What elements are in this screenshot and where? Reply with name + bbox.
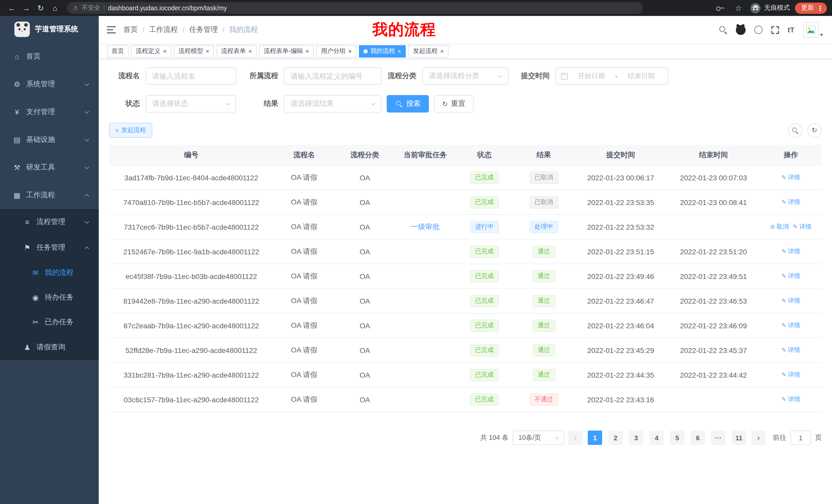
column-header: 当前审批任务 — [395, 145, 456, 165]
sidebar-item-done-task[interactable]: ✂已办任务 — [0, 310, 99, 334]
tab-label: 流程表单-编辑 — [264, 47, 303, 55]
detail-action-link[interactable]: ✎详情 — [782, 173, 800, 182]
breadcrumb-item[interactable]: 工作流程 — [149, 25, 178, 34]
cancel-action-link[interactable]: ⊘取消 — [770, 222, 789, 231]
password-key-icon[interactable] — [713, 1, 727, 15]
tab-1[interactable]: 流程定义× — [131, 45, 171, 57]
cell-actions: ✎详情 — [760, 289, 822, 313]
sidebar-item-process-manage[interactable]: ≡流程管理 — [0, 209, 99, 235]
process-name-input[interactable] — [146, 67, 236, 85]
next-page-button[interactable]: › — [751, 430, 766, 445]
sidebar-item-my-process[interactable]: ✉我的流程 — [0, 260, 99, 285]
tab-0[interactable]: 首页 — [107, 45, 129, 57]
browser-home-icon[interactable]: ⌂ — [48, 1, 62, 15]
prev-page-button[interactable]: ‹ — [568, 430, 582, 445]
breadcrumb-item[interactable]: 任务管理 — [189, 25, 218, 34]
category-select[interactable]: 请选择流程分类 — [422, 67, 509, 85]
sidebar-item-payment[interactable]: ¥支付管理 — [0, 98, 99, 126]
help-icon[interactable] — [754, 26, 762, 34]
tab-3[interactable]: 流程表单× — [216, 45, 257, 57]
detail-action-link[interactable]: ✎详情 — [782, 370, 800, 379]
date-range-separator: - — [615, 72, 618, 80]
breadcrumb-item[interactable]: 首页 — [123, 25, 138, 34]
browser-back-icon[interactable]: ← — [5, 1, 19, 15]
page-number-1[interactable]: 1 — [588, 430, 602, 445]
sidebar-item-home[interactable]: ⌂首页 — [0, 43, 99, 71]
close-icon[interactable]: × — [397, 48, 401, 54]
detail-action-link[interactable]: ✎详情 — [782, 346, 800, 355]
close-icon[interactable]: × — [348, 48, 352, 54]
detail-action-link[interactable]: ✎详情 — [782, 198, 800, 206]
address-bar[interactable]: ⚠ 不安全 dashboard.yudao.iocoder.cn/bpm/tas… — [67, 2, 643, 14]
cell-end-time — [667, 387, 760, 412]
search-icon[interactable] — [719, 26, 727, 34]
cell-category: OA — [335, 240, 395, 264]
goto-page-input[interactable] — [790, 430, 811, 445]
goto-unit: 页 — [815, 433, 822, 442]
page-number-5[interactable]: 5 — [670, 430, 684, 445]
result-select[interactable]: 请选择流结果 — [284, 95, 382, 113]
tab-7[interactable]: 发起流程× — [408, 45, 448, 57]
tab-4[interactable]: 流程表单-编辑× — [259, 45, 314, 57]
detail-action-link[interactable]: ✎详情 — [782, 272, 800, 281]
cell-name: OA 请假 — [274, 240, 335, 264]
status-tag: 已完成 — [470, 245, 499, 258]
cell-name: OA 请假 — [274, 363, 335, 387]
detail-action-link[interactable]: ✎详情 — [793, 222, 811, 231]
table-toolbar: + 发起流程 ↻ — [109, 123, 822, 138]
user-avatar[interactable]: ▾ — [803, 22, 823, 37]
sidebar-item-todo-task[interactable]: ◉待办任务 — [0, 285, 99, 310]
close-icon[interactable]: × — [440, 48, 444, 54]
sidebar-item-leave-query[interactable]: ♟请假查询 — [0, 334, 99, 360]
sidebar-item-task-manage[interactable]: ⚑任务管理 — [0, 235, 99, 260]
detail-action-link[interactable]: ✎详情 — [782, 321, 800, 330]
page-number-3[interactable]: 3 — [629, 430, 643, 445]
page-number-2[interactable]: 2 — [608, 430, 623, 445]
detail-action-link[interactable]: ✎详情 — [782, 395, 800, 404]
github-icon[interactable] — [736, 25, 746, 35]
tab-5[interactable]: 用户分组× — [316, 45, 356, 57]
status-select[interactable]: 请选择状态 — [146, 95, 236, 113]
browser-reload-icon[interactable]: ↻ — [34, 1, 47, 15]
sidebar-item-system[interactable]: ⚙系统管理 — [0, 71, 99, 98]
browser-forward-icon[interactable]: → — [20, 1, 33, 15]
bookmark-star-icon[interactable]: ☆ — [732, 1, 745, 15]
toggle-search-button[interactable] — [788, 123, 802, 137]
tab-label: 流程表单 — [221, 47, 246, 55]
browser-menu-icon[interactable]: ⋮ — [816, 4, 824, 12]
detail-action-link[interactable]: ✎详情 — [782, 247, 800, 256]
sidebar-item-label: 已办任务 — [45, 317, 74, 327]
page-number-4[interactable]: 4 — [649, 430, 664, 445]
close-icon[interactable]: × — [206, 48, 209, 54]
tab-2[interactable]: 流程模型× — [174, 45, 214, 57]
edit-pencil-icon: ✎ — [782, 347, 786, 354]
detail-action-link[interactable]: ✎详情 — [782, 297, 800, 305]
more-pages-button[interactable]: ··· — [711, 430, 726, 445]
browser-update-button[interactable]: 更新 ⋮ — [795, 2, 827, 13]
sidebar-item-workflow[interactable]: ▦工作流程 — [0, 181, 99, 209]
status-tag: 进行中 — [470, 221, 499, 233]
create-process-button[interactable]: + 发起流程 — [109, 123, 152, 138]
submit-time-range-picker[interactable]: 开始日期 - 结束日期 — [555, 67, 669, 85]
page-size-select[interactable]: 10条/页 — [513, 430, 564, 445]
page-number-6[interactable]: 6 — [691, 430, 705, 445]
search-button-label: 搜索 — [406, 99, 421, 108]
sidebar-item-infrastructure[interactable]: ▤基础设施 — [0, 126, 99, 153]
close-icon[interactable]: × — [163, 48, 166, 54]
reset-button[interactable]: ↻ 重置 — [434, 95, 474, 113]
process-id-input[interactable] — [284, 67, 382, 85]
refresh-table-button[interactable]: ↻ — [807, 123, 822, 137]
cell-status: 已完成 — [456, 289, 513, 313]
current-task-link[interactable]: 一级审批 — [411, 222, 440, 231]
tab-6[interactable]: 我的流程× — [359, 45, 406, 57]
close-icon[interactable]: × — [249, 48, 252, 54]
fullscreen-icon[interactable] — [771, 26, 779, 34]
page-number-11[interactable]: 11 — [732, 430, 746, 445]
result-tag: 已取消 — [529, 171, 558, 184]
search-button[interactable]: 搜索 — [387, 95, 429, 113]
font-size-icon[interactable]: tT — [788, 26, 795, 34]
sidebar-item-devtools[interactable]: ⚒研发工具 — [0, 153, 99, 181]
close-icon[interactable]: × — [306, 48, 309, 54]
sidebar-collapse-icon[interactable] — [99, 16, 123, 44]
sidebar-item-label: 待办任务 — [45, 293, 74, 302]
